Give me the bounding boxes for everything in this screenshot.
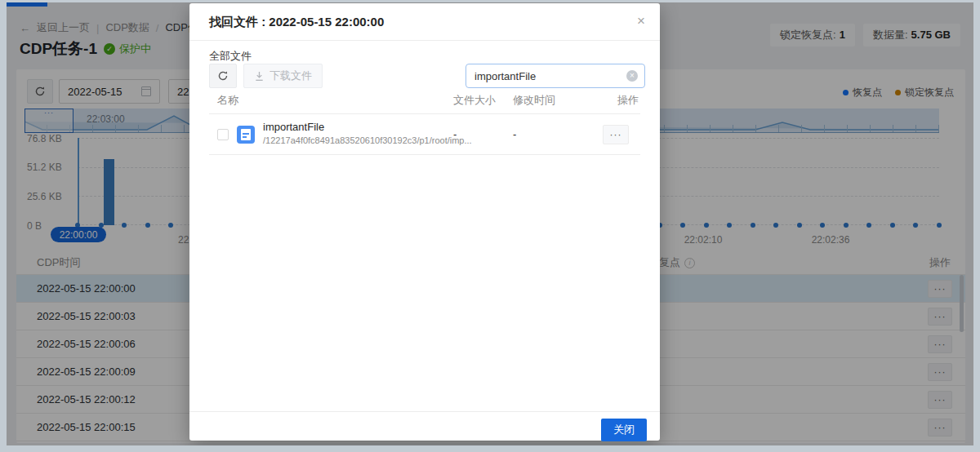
col-file-name: 名称 bbox=[217, 93, 238, 108]
download-icon bbox=[254, 71, 265, 82]
refresh-icon bbox=[217, 70, 229, 82]
all-files-label: 全部文件 bbox=[209, 49, 252, 64]
file-mtime-cell: - bbox=[513, 128, 516, 140]
file-icon bbox=[237, 126, 255, 144]
file-checkbox[interactable] bbox=[217, 129, 229, 140]
search-input[interactable] bbox=[474, 70, 626, 82]
col-file-size: 文件大小 bbox=[453, 93, 496, 108]
clear-search-icon[interactable]: × bbox=[626, 70, 638, 82]
file-table-header: 名称 文件大小 修改时间 操作 bbox=[209, 93, 640, 114]
modal-refresh-button[interactable] bbox=[209, 64, 237, 88]
file-row[interactable]: importantFile /12217a4f0fc8491a83520610f… bbox=[209, 114, 640, 155]
col-file-action: 操作 bbox=[617, 93, 639, 108]
file-search-box: × bbox=[466, 64, 645, 88]
col-file-mtime: 修改时间 bbox=[513, 93, 555, 108]
modal-title: 找回文件 : 2022-05-15 22:00:00 bbox=[209, 15, 384, 30]
file-path: /12217a4f0fc8491a83520610f30192c3/p1/roo… bbox=[263, 135, 443, 145]
modal-header: 找回文件 : 2022-05-15 22:00:00 × bbox=[189, 3, 660, 41]
file-size-cell: - bbox=[453, 128, 457, 140]
download-file-button[interactable]: 下载文件 bbox=[243, 64, 323, 88]
file-name: importantFile bbox=[263, 121, 324, 133]
close-modal-button[interactable]: 关闭 bbox=[601, 419, 647, 441]
file-actions-button[interactable]: ··· bbox=[603, 125, 629, 144]
app-window: ← 返回上一页 | CDP数据 / CDP任务-1 CDP任务-1 ✓ 保护中 … bbox=[7, 2, 973, 445]
modal-footer: 关闭 bbox=[189, 411, 660, 441]
file-recovery-modal: 找回文件 : 2022-05-15 22:00:00 × 全部文件 下载文件 ×… bbox=[189, 3, 660, 441]
close-icon[interactable]: × bbox=[637, 13, 645, 29]
